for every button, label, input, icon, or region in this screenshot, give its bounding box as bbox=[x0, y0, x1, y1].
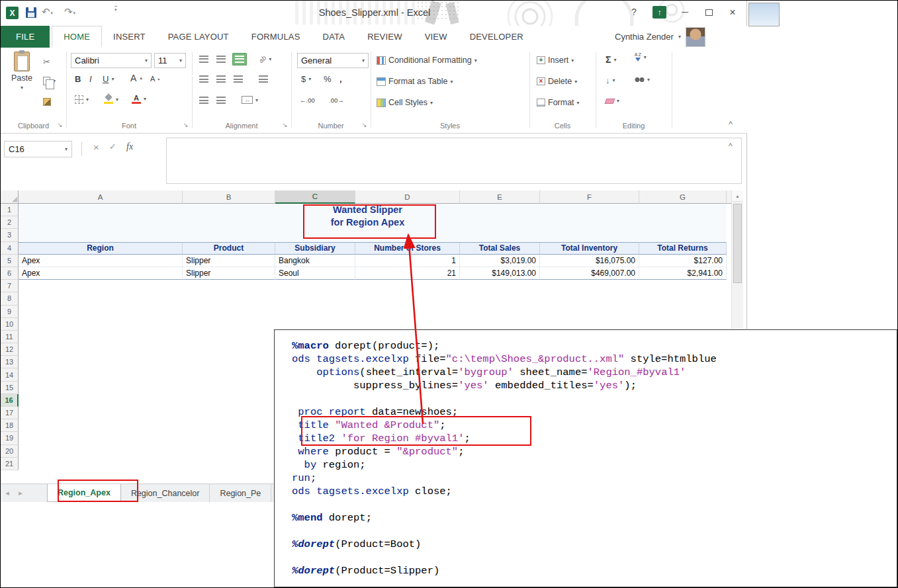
ribbon-tab-review[interactable]: REVIEW bbox=[356, 26, 413, 48]
comma-style-button[interactable]: , bbox=[339, 74, 342, 84]
increase-decimal-button[interactable]: ←.00 bbox=[300, 97, 315, 104]
row-header-20[interactable]: 20 bbox=[1, 445, 19, 458]
font-dialog-launcher[interactable]: ↘ bbox=[183, 122, 189, 128]
select-all-corner[interactable]: ◢ bbox=[1, 190, 19, 204]
row-header-5[interactable]: 5 bbox=[1, 255, 19, 267]
bold-button[interactable]: B bbox=[75, 74, 81, 84]
underline-button[interactable]: U▾ bbox=[103, 74, 114, 84]
row-header-9[interactable]: 9 bbox=[1, 306, 19, 318]
row-header-6[interactable]: 6 bbox=[1, 267, 19, 280]
cell-styles-button[interactable]: Cell Styles▾ bbox=[377, 98, 433, 107]
top-align-button[interactable] bbox=[199, 56, 208, 63]
ribbon-tab-home[interactable]: HOME bbox=[52, 26, 102, 48]
ribbon-tab-data[interactable]: DATA bbox=[312, 26, 357, 48]
cell[interactable]: $2,941.00 bbox=[639, 267, 727, 280]
table-header-cell[interactable]: Region bbox=[19, 242, 183, 255]
column-header-C[interactable]: C bbox=[275, 190, 355, 204]
row-header-18[interactable]: 18 bbox=[1, 419, 19, 432]
cell[interactable]: Seoul bbox=[275, 267, 355, 280]
user-avatar[interactable] bbox=[686, 27, 705, 47]
paste-button[interactable]: Paste ▾ bbox=[6, 52, 38, 91]
help-button[interactable]: ? bbox=[625, 7, 643, 17]
cell[interactable]: $127.00 bbox=[639, 255, 727, 267]
percent-style-button[interactable]: % bbox=[324, 74, 332, 84]
cell[interactable]: $16,075.00 bbox=[540, 255, 639, 267]
find-select-button[interactable]: ▾ bbox=[635, 77, 650, 83]
row-header-7[interactable]: 7 bbox=[1, 280, 19, 292]
row-header-21[interactable]: 21 bbox=[1, 458, 19, 470]
row-header-2[interactable]: 2 bbox=[1, 216, 19, 229]
table-header-cell[interactable]: Total Sales bbox=[460, 242, 540, 255]
column-header-G[interactable]: G bbox=[639, 190, 727, 204]
orientation-button[interactable]: ab▾ bbox=[259, 56, 271, 63]
minimize-button[interactable]: ─ bbox=[676, 7, 694, 17]
ribbon-tab-page-layout[interactable]: PAGE LAYOUT bbox=[157, 26, 240, 48]
font-name-combobox[interactable]: Calibri▾ bbox=[71, 53, 152, 68]
row-header-4[interactable]: 4 bbox=[1, 242, 19, 255]
outer-scrollbar-thumb[interactable] bbox=[748, 3, 780, 26]
save-button[interactable] bbox=[26, 7, 36, 18]
redo-button[interactable]: ↷▾ bbox=[64, 6, 75, 18]
borders-button[interactable]: ▾ bbox=[75, 95, 89, 104]
cell[interactable]: 21 bbox=[355, 267, 460, 280]
formula-input[interactable] bbox=[166, 138, 742, 184]
close-button[interactable]: × bbox=[723, 7, 742, 19]
increase-font-button[interactable]: A▲ bbox=[130, 73, 143, 83]
bottom-align-button[interactable] bbox=[232, 53, 247, 65]
align-center-button[interactable] bbox=[216, 75, 226, 83]
sheet-tab-region_pe[interactable]: Region_Pe bbox=[210, 484, 271, 502]
user-account-area[interactable]: Cynthia Zender ▾ bbox=[615, 26, 705, 48]
fill-color-button[interactable]: ▾ bbox=[104, 95, 118, 104]
number-dialog-launcher[interactable]: ↘ bbox=[362, 122, 367, 128]
column-header-E[interactable]: E bbox=[460, 190, 540, 204]
font-color-button[interactable]: A▾ bbox=[132, 94, 146, 104]
scroll-up-button[interactable]: ▲ bbox=[732, 190, 743, 202]
cell[interactable]: Slipper bbox=[183, 267, 275, 280]
insert-function-button[interactable]: fx bbox=[126, 142, 133, 152]
merge-center-button[interactable]: ↔▾ bbox=[242, 96, 258, 104]
ribbon-display-options-button[interactable]: ↑ bbox=[652, 6, 666, 19]
row-header-15[interactable]: 15 bbox=[1, 382, 19, 394]
row-header-14[interactable]: 14 bbox=[1, 368, 19, 381]
conditional-formatting-button[interactable]: Conditional Formatting▾ bbox=[377, 56, 477, 65]
cell[interactable]: $3,019.00 bbox=[460, 255, 540, 267]
column-header-B[interactable]: B bbox=[183, 190, 275, 204]
table-header-cell[interactable]: Subsidiary bbox=[275, 242, 355, 255]
font-size-combobox[interactable]: 11▾ bbox=[154, 53, 186, 68]
number-format-combobox[interactable]: General▾ bbox=[297, 53, 369, 68]
maximize-button[interactable] bbox=[699, 7, 718, 18]
autosum-button[interactable]: Σ▾ bbox=[606, 54, 616, 65]
ribbon-tab-view[interactable]: VIEW bbox=[414, 26, 459, 48]
format-cells-button[interactable]: Format▾ bbox=[537, 98, 580, 107]
ribbon-tab-formulas[interactable]: FORMULAS bbox=[240, 26, 312, 48]
sheet-nav-right-icon[interactable]: ▸ bbox=[14, 484, 27, 502]
ribbon-tab-insert[interactable]: INSERT bbox=[102, 26, 157, 48]
cell[interactable]: Apex bbox=[19, 267, 183, 280]
row-header-16[interactable]: 16 bbox=[1, 394, 19, 407]
table-header-cell[interactable]: Number of Stores bbox=[355, 242, 460, 255]
format-as-table-button[interactable]: Format as Table▾ bbox=[377, 77, 453, 86]
row-header-1[interactable]: 1 bbox=[1, 204, 19, 216]
undo-button[interactable]: ↶▾ bbox=[42, 6, 53, 18]
fill-button[interactable]: ↓▾ bbox=[606, 75, 615, 85]
format-painter-button[interactable] bbox=[43, 98, 51, 106]
clear-button[interactable]: ▾ bbox=[606, 98, 619, 104]
insert-cells-button[interactable]: +Insert▾ bbox=[537, 56, 574, 65]
column-header-A[interactable]: A bbox=[19, 190, 183, 204]
qat-customize-button[interactable]: ▾ bbox=[114, 6, 117, 15]
wrap-text-button[interactable] bbox=[259, 75, 268, 83]
column-header-F[interactable]: F bbox=[540, 190, 639, 204]
increase-indent-button[interactable] bbox=[216, 97, 226, 104]
table-header-cell[interactable]: Total Inventory bbox=[540, 242, 639, 255]
align-left-button[interactable] bbox=[199, 75, 208, 83]
row-header-10[interactable]: 10 bbox=[1, 318, 19, 331]
table-header-cell[interactable]: Product bbox=[183, 242, 275, 255]
row-header-12[interactable]: 12 bbox=[1, 343, 19, 356]
cell[interactable]: Bangkok bbox=[275, 255, 355, 267]
collapse-ribbon-button[interactable]: ^ bbox=[729, 119, 733, 129]
enter-entry-button[interactable]: ✓ bbox=[109, 142, 116, 151]
italic-button[interactable]: I bbox=[89, 74, 92, 84]
decrease-decimal-button[interactable]: .00→ bbox=[329, 97, 344, 104]
cell[interactable]: Slipper bbox=[183, 255, 275, 267]
cancel-entry-button[interactable]: × bbox=[93, 142, 99, 153]
